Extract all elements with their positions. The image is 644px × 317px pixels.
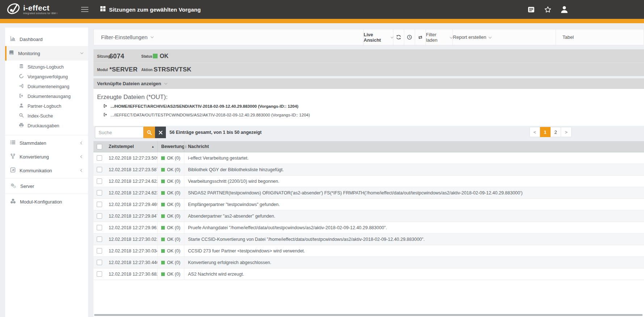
- circle-notch-icon: [19, 74, 24, 80]
- row-checkbox[interactable]: [97, 167, 102, 172]
- rating-text: OK (0): [167, 214, 180, 219]
- rating-cell: OK (0): [157, 257, 184, 268]
- timestamp-cell: 12.02.2018 12:27:30.034000: [105, 245, 157, 256]
- table-row[interactable]: 12.02.2018 12:27:30.021000 OK (0) Starte…: [93, 234, 644, 245]
- timestamp-cell: 12.02.2018 12:27:29.469000: [105, 199, 157, 210]
- rating-cell: OK (0): [157, 268, 184, 280]
- file-link[interactable]: .../IEFFECT/DATA/OUT/TESTPCWINDOWS/AS2/A…: [93, 111, 644, 118]
- chevron-left-icon: [80, 155, 83, 158]
- filter-load-button[interactable]: Filter laden: [426, 29, 452, 45]
- row-checkbox[interactable]: [97, 155, 102, 161]
- sidebar-item-label: Dokumenteneingang: [28, 84, 69, 89]
- sidebar-item-sitzungs-logbuch[interactable]: Sitzungs-Logbuch: [5, 62, 88, 72]
- row-checkbox[interactable]: [97, 260, 102, 265]
- report-create-button[interactable]: Report erstellen: [452, 29, 492, 45]
- status-value: OK: [160, 53, 168, 59]
- rating-cell: OK (0): [157, 210, 184, 222]
- row-checkbox[interactable]: [97, 190, 102, 195]
- select-all-checkbox-cell: [93, 141, 105, 152]
- column-header-message[interactable]: Nachricht: [184, 141, 644, 152]
- row-checkbox[interactable]: [97, 248, 102, 254]
- sidebar-item-kommunikation[interactable]: Kommunikation: [5, 164, 88, 177]
- row-checkbox-cell: [93, 210, 105, 222]
- table-row[interactable]: 12.02.2018 12:27:24.622896 OK (0) Vearbe…: [93, 176, 644, 187]
- sidebar-item-index-suche[interactable]: Index-Suche: [5, 111, 88, 121]
- rating-text: OK (0): [167, 272, 180, 277]
- chevron-left-icon: [80, 169, 83, 172]
- filter-settings-toggle[interactable]: Filter-Einstellungen: [94, 34, 153, 40]
- row-checkbox[interactable]: [97, 178, 102, 184]
- row-checkbox[interactable]: [97, 202, 102, 207]
- sidebar-item-modul-konfiguration[interactable]: Modul-Konfiguration: [5, 195, 88, 209]
- table-row[interactable]: 12.02.2018 12:27:23.587784 OK (0) Biblio…: [93, 164, 644, 176]
- sidebar-item-vorgangsverfolgung[interactable]: Vorgangsverfolgung: [5, 72, 88, 82]
- row-checkbox-cell: [93, 176, 105, 187]
- column-header-rating[interactable]: Bewertung ▲▼: [157, 141, 184, 152]
- message-cell: AS2 Nachricht wird erzeugt.: [184, 268, 644, 280]
- row-checkbox-cell: [93, 187, 105, 198]
- status-green-square: [161, 238, 165, 241]
- app-window: i-effect integrated solutions for IBM i …: [0, 0, 644, 317]
- table-row[interactable]: 12.02.2018 12:27:24.623215 OK (0) SNDAS2…: [93, 187, 644, 199]
- database-icon: [19, 64, 24, 70]
- pagination: < 1 2 >: [530, 127, 572, 137]
- row-checkbox[interactable]: [97, 213, 102, 219]
- table-row[interactable]: 12.02.2018 12:27:30.446000 OK (0) Konver…: [93, 257, 644, 268]
- sidebar-item-druckausgaben[interactable]: Druckausgaben: [5, 121, 88, 131]
- sidebar-divider: [5, 135, 88, 135]
- row-checkbox[interactable]: [97, 225, 102, 230]
- pagination-page-2[interactable]: 2: [551, 127, 561, 137]
- app-logo[interactable]: i-effect integrated solutions for IBM i: [0, 2, 76, 17]
- table-row[interactable]: 12.02.2018 12:27:23.509856 OK (0) i-effe…: [93, 152, 644, 164]
- sidebar-item-label: Server: [20, 184, 88, 189]
- menu-toggle-icon[interactable]: [81, 7, 88, 12]
- auto-reload-button[interactable]: [415, 29, 426, 45]
- sidebar-item-konvertierung[interactable]: Konvertierung: [5, 150, 88, 164]
- horizontal-scrollbar[interactable]: [94, 314, 643, 316]
- status-green-square: [161, 272, 165, 276]
- live-view-button[interactable]: Live Ansicht: [363, 29, 393, 45]
- refresh-button[interactable]: [393, 29, 404, 45]
- sidebar-item-label: Index-Suche: [28, 114, 53, 119]
- pagination-prev[interactable]: <: [530, 127, 540, 137]
- table-options-label: Tabel: [563, 34, 574, 40]
- linked-files-toggle[interactable]: Verknüpfte Dateien anzeigen: [93, 78, 644, 89]
- row-checkbox[interactable]: [97, 236, 102, 242]
- search-button[interactable]: [143, 127, 155, 138]
- action-value: STRSRVTSK: [154, 66, 191, 73]
- history-clock-button[interactable]: [404, 29, 415, 45]
- row-checkbox[interactable]: [97, 271, 102, 277]
- table-row[interactable]: 12.02.2018 12:27:30.034000 OK (0) CCSID …: [93, 245, 644, 257]
- close-icon: [159, 131, 163, 135]
- sidebar-item-dokumentenausgang[interactable]: Dokumentenausgang: [5, 91, 88, 101]
- rating-text: OK (0): [167, 179, 180, 184]
- table-row[interactable]: 12.02.2018 12:27:30.682000 OK (0) AS2 Na…: [93, 268, 644, 280]
- column-header-timestamp[interactable]: Zeitstempel ▲: [105, 141, 157, 152]
- search-input[interactable]: [95, 127, 143, 138]
- file-path: .../IEFFECT/DATA/OUT/TESTPCWINDOWS/AS2/A…: [110, 113, 310, 117]
- chevron-down-icon: [151, 35, 154, 38]
- file-link[interactable]: .../HOME/IEFFECT/ARCHIVE/AS2/SEND/AKTIV-…: [93, 103, 644, 110]
- sidebar-item-monitoring[interactable]: Monitoring: [5, 46, 88, 61]
- pagination-next[interactable]: >: [561, 127, 572, 137]
- sidebar-item-dashboard[interactable]: Dashboard: [5, 32, 88, 46]
- table-options-button[interactable]: Tabel: [556, 29, 644, 45]
- sidebar-item-server[interactable]: Server: [5, 179, 88, 193]
- status-label: Status: [141, 54, 152, 58]
- table-row[interactable]: 12.02.2018 12:27:29.469000 OK (0) Empfän…: [93, 199, 644, 210]
- table-row[interactable]: 12.02.2018 12:27:29.847000 OK (0) Absend…: [93, 210, 644, 222]
- sidebar-item-stammdaten[interactable]: Stammdaten: [5, 136, 88, 150]
- table-row[interactable]: 12.02.2018 12:27:29.961000 OK (0) Pruefe…: [93, 222, 644, 234]
- status-green-square: [161, 180, 165, 183]
- clear-search-button[interactable]: [155, 127, 166, 138]
- rating-cell: OK (0): [157, 176, 184, 187]
- sign-out-icon: [103, 112, 108, 118]
- sidebar-item-dokumenteneingang[interactable]: Dokumenteneingang: [5, 82, 88, 91]
- row-checkbox-cell: [93, 152, 105, 164]
- rating-cell: OK (0): [157, 199, 184, 210]
- rating-text: OK (0): [167, 225, 180, 230]
- files-heading: Erzeugte Dateien (*OUT):: [93, 89, 644, 101]
- select-all-checkbox[interactable]: [97, 144, 102, 149]
- pagination-page-1[interactable]: 1: [540, 127, 551, 137]
- sidebar-item-partner-logbuch[interactable]: Partner-Logbuch: [5, 101, 88, 111]
